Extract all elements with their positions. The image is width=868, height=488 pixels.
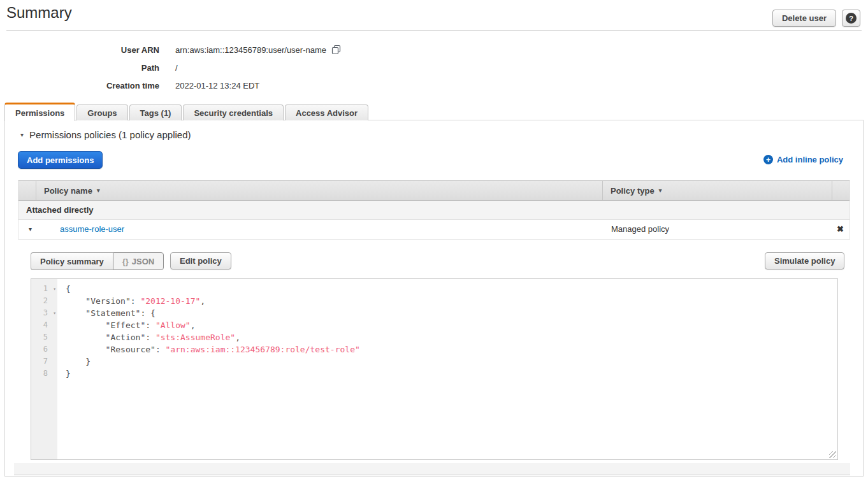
permissions-panel: ▾ Permissions policies (1 policy applied… [4,120,864,477]
add-inline-policy-label: Add inline policy [777,155,843,164]
copy-icon[interactable] [331,45,341,55]
fold-arrow-icon[interactable]: ▾ [53,307,56,319]
code-line: } [66,368,837,380]
help-icon: ? [846,13,857,24]
line-number: 6 [31,343,57,355]
line-number: 1▾ [31,283,57,295]
user-arn-label: User ARN [0,45,159,55]
policy-type-value: Managed policy [611,224,669,234]
row-expand-arrow-icon[interactable]: ▾ [29,226,32,233]
editor-code-area[interactable]: { "Version": "2012-10-17", "Statement": … [57,279,837,459]
policy-table-header: Policy name ▾ Policy type ▾ [18,180,850,201]
column-header-policy-type[interactable]: Policy type ▾ [603,181,832,200]
header-actions-column [832,181,850,200]
add-inline-policy-link[interactable]: + Add inline policy [763,155,843,164]
code-line: } [66,355,837,368]
path-label: Path [0,63,159,73]
fold-arrow-icon[interactable]: ▾ [53,283,56,295]
header-actions: Delete user ? [772,10,860,27]
tab-bar: Permissions Groups Tags (1) Security cre… [4,102,368,120]
line-number: 4 [31,319,57,331]
tab-security-credentials[interactable]: Security credentials [183,104,284,120]
code-line: "Version": "2012-10-17", [66,295,837,307]
policy-name-sort-icon: ▾ [97,187,100,194]
json-view-button[interactable]: {} JSON [113,252,164,270]
plus-icon: + [763,155,773,164]
policy-detail-footer [14,463,850,475]
json-policy-editor[interactable]: 1▾ 2 3▾ 4 5 6 7 8 { "Version": "2012-10-… [31,278,838,460]
json-label: JSON [132,257,154,266]
add-permissions-button[interactable]: Add permissions [18,151,103,169]
edit-policy-button[interactable]: Edit policy [170,252,231,269]
field-creation-time: Creation time 2022-01-12 13:24 EDT [0,76,341,94]
policy-table: Policy name ▾ Policy type ▾ Attached dir… [18,180,850,240]
policy-name-link[interactable]: assume-role-user [60,224,124,234]
editor-resize-handle[interactable] [829,451,836,458]
attached-directly-group-row: Attached directly [18,201,850,220]
line-number: 8 [31,368,57,380]
editor-gutter: 1▾ 2 3▾ 4 5 6 7 8 [31,279,57,459]
policy-summary-button[interactable]: Policy summary [31,252,113,270]
code-line: "Statement": { [66,307,837,319]
summary-fields: User ARN arn:aws:iam::123456789:user/use… [0,41,341,94]
creation-time-label: Creation time [0,81,159,90]
code-line: "Action": "sts:AssumeRole", [66,331,837,343]
braces-icon: {} [122,257,129,266]
policy-table-row: ▾ assume-role-user Managed policy ✖ [18,220,850,240]
user-arn-value: arn:aws:iam::123456789:user/user-name [175,45,326,55]
policy-type-header-label: Policy type [611,186,655,196]
field-user-arn: User ARN arn:aws:iam::123456789:user/use… [0,41,341,59]
line-number: 7 [31,355,57,368]
header-divider [6,30,862,31]
line-number: 3▾ [31,307,57,319]
help-button[interactable]: ? [842,10,860,27]
collapse-arrow-icon: ▾ [20,131,24,138]
policy-name-header-label: Policy name [44,186,92,196]
line-number: 5 [31,331,57,343]
header-expand-column [18,181,36,200]
code-line: "Effect": "Allow", [66,319,837,331]
creation-time-value: 2022-01-12 13:24 EDT [175,81,259,90]
code-line: { [66,283,837,295]
line-number: 2 [31,295,57,307]
permissions-policies-heading: Permissions policies (1 policy applied) [29,129,191,140]
policy-type-sort-icon: ▾ [659,187,662,194]
permissions-policies-section-toggle[interactable]: ▾ Permissions policies (1 policy applied… [20,129,191,140]
page-title: Summary [6,4,72,22]
delete-user-button[interactable]: Delete user [772,10,836,27]
column-header-policy-name[interactable]: Policy name ▾ [36,181,603,200]
remove-policy-icon[interactable]: ✖ [837,224,844,234]
tab-tags[interactable]: Tags (1) [129,104,182,120]
tab-groups[interactable]: Groups [76,104,127,120]
code-line: "Resource": "arn:aws:iam::123456789:role… [66,343,837,355]
field-path: Path / [0,59,341,76]
tab-permissions[interactable]: Permissions [4,103,75,121]
tab-access-advisor[interactable]: Access Advisor [285,104,368,120]
path-value: / [175,63,178,73]
simulate-policy-button[interactable]: Simulate policy [765,252,844,269]
policy-view-toggle: Policy summary {} JSON [31,252,164,270]
